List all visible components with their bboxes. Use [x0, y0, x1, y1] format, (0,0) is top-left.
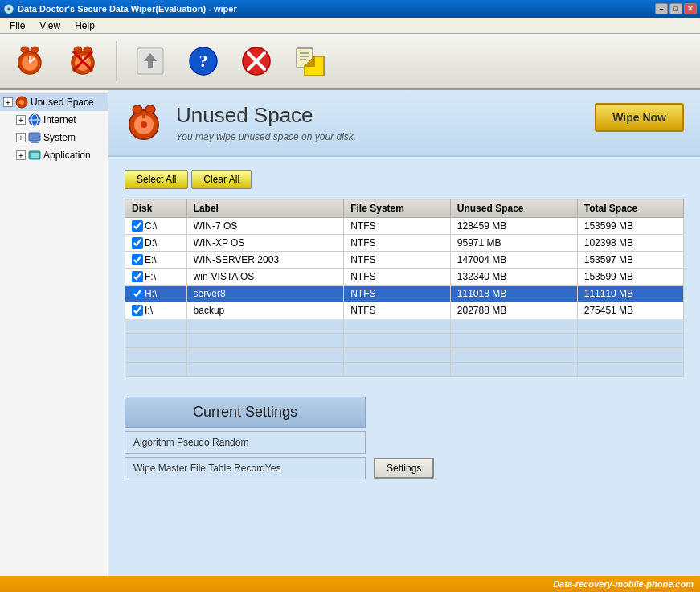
menu-help[interactable]: Help [68, 18, 101, 33]
settings-bottom: Wipe Master File Table RecordYes Setting… [125, 457, 684, 479]
settings-header: Current Settings [125, 397, 366, 428]
cell-unused: 202788 MB [450, 302, 577, 319]
svg-rect-42 [142, 112, 145, 118]
expand-internet[interactable]: + [16, 115, 26, 125]
sidebar: + Unused Space + Internet + [0, 90, 108, 576]
sidebar-label-application: Application [43, 150, 91, 161]
cell-unused: 95971 MB [450, 235, 577, 252]
title-bar-left: 💿 Data Doctor's Secure Data Wiper(Evalua… [3, 4, 237, 14]
expand-system[interactable]: + [16, 133, 26, 142]
toolbar-btn-network[interactable] [127, 38, 174, 84]
stop-icon [240, 45, 272, 77]
cell-fs: NTFS [344, 218, 451, 235]
menu-file[interactable]: File [3, 18, 31, 33]
table-row[interactable]: D:\WIN-XP OSNTFS95971 MB102398 MB [125, 235, 684, 252]
table-row[interactable]: C:\WIN-7 OSNTFS128459 MB153599 MB [125, 218, 684, 235]
content-header: Unused Space You may wipe unused space o… [108, 90, 700, 157]
content-area: Unused Space You may wipe unused space o… [108, 90, 700, 576]
cell-label: WIN-XP OS [186, 235, 344, 252]
cell-total: 275451 MB [577, 302, 683, 319]
svg-text:?: ? [199, 51, 208, 71]
content-title: Unused Space [176, 103, 356, 128]
col-total: Total Space [577, 199, 683, 218]
algorithm-row: Algorithm Pseudo Random [125, 431, 366, 454]
cell-total: 102398 MB [577, 235, 683, 252]
content-header-text: Unused Space You may wipe unused space o… [176, 103, 356, 142]
empty-row [125, 348, 684, 363]
disk-checkbox[interactable] [132, 305, 143, 316]
window-title: Data Doctor's Secure Data Wiper(Evaluati… [18, 4, 237, 14]
svg-point-30 [19, 100, 24, 105]
main-layout: + Unused Space + Internet + [0, 90, 700, 576]
empty-row [125, 334, 684, 348]
table-row[interactable]: H:\server8NTFS111018 MB111110 MB [125, 286, 684, 302]
cell-label: backup [186, 302, 344, 319]
toolbar-btn-2[interactable] [59, 38, 106, 84]
expand-application[interactable]: + [16, 150, 26, 160]
expand-unused-space[interactable]: + [3, 97, 13, 107]
table-row[interactable]: F:\win-VISTA OSNTFS132340 MB153599 MB [125, 269, 684, 286]
sidebar-item-unused-space[interactable]: + Unused Space [0, 93, 108, 111]
menu-view[interactable]: View [33, 18, 67, 33]
disk-checkbox[interactable] [132, 254, 143, 265]
cell-disk: D:\ [125, 235, 187, 252]
content-body: Select All Clear All Disk Label File Sys… [108, 157, 700, 492]
sidebar-label-unused-space: Unused Space [31, 97, 94, 108]
svg-rect-34 [29, 133, 40, 141]
cell-total: 153599 MB [577, 218, 683, 235]
close-button[interactable]: ✕ [684, 3, 697, 14]
cell-unused: 147004 MB [450, 252, 577, 269]
cell-fs: NTFS [344, 235, 451, 252]
sidebar-item-internet[interactable]: + Internet [0, 111, 108, 129]
maximize-button[interactable]: □ [669, 3, 682, 14]
status-bar: Data-recovery-mobile-phone.com [0, 576, 700, 592]
svg-rect-38 [31, 153, 39, 158]
wipe-mft-row: Wipe Master File Table RecordYes [125, 457, 366, 479]
toolbar-btn-help[interactable]: ? [180, 38, 227, 84]
menu-bar: File View Help [0, 18, 700, 34]
toolbar: ? [0, 34, 700, 90]
table-row[interactable]: E:\WIN-SERVER 2003NTFS147004 MB153597 MB [125, 252, 684, 269]
toolbar-btn-1[interactable] [6, 38, 53, 84]
select-all-button[interactable]: Select All [125, 170, 188, 189]
cell-label: WIN-SERVER 2003 [186, 252, 344, 269]
disk-table-body: C:\WIN-7 OSNTFS128459 MB153599 MBD:\WIN-… [125, 218, 684, 377]
wipe-now-button[interactable]: Wipe Now [595, 103, 684, 132]
disk-checkbox[interactable] [132, 288, 143, 299]
sidebar-label-internet: Internet [43, 114, 76, 125]
clear-all-button[interactable]: Clear All [191, 170, 252, 189]
sidebar-item-application[interactable]: + Application [0, 146, 108, 164]
svg-point-6 [31, 47, 39, 53]
title-bar: 💿 Data Doctor's Secure Data Wiper(Evalua… [0, 0, 700, 18]
disk-checkbox[interactable] [132, 220, 143, 232]
table-row[interactable]: I:\backupNTFS202788 MB275451 MB [125, 302, 684, 319]
network-icon [134, 45, 166, 77]
disk-checkbox[interactable] [132, 271, 143, 282]
col-label: Label [186, 199, 344, 218]
cell-label: win-VISTA OS [186, 269, 344, 286]
cell-total: 153599 MB [577, 269, 683, 286]
toolbar-btn-stop[interactable] [233, 38, 280, 84]
cell-label: WIN-7 OS [186, 218, 344, 235]
svg-point-41 [141, 121, 147, 128]
app-icon: 💿 [3, 4, 14, 14]
application-icon [28, 149, 41, 162]
toolbar-btn-new[interactable] [286, 38, 333, 84]
wipe-mft-value: Yes [265, 462, 281, 474]
cell-unused: 128459 MB [450, 218, 577, 235]
cell-fs: NTFS [344, 302, 451, 319]
minimize-button[interactable]: – [655, 3, 668, 14]
title-bar-controls: – □ ✕ [655, 3, 697, 14]
cell-label: server8 [186, 286, 344, 302]
col-unused: Unused Space [450, 199, 577, 218]
settings-button[interactable]: Settings [374, 458, 434, 479]
settings-section: Current Settings Algorithm Pseudo Random… [125, 397, 684, 479]
cell-total: 153597 MB [577, 252, 683, 269]
toolbar-divider [116, 41, 117, 81]
empty-row [125, 363, 684, 377]
new-icon [293, 45, 325, 77]
status-text: Data-recovery-mobile-phone.com [553, 579, 694, 589]
sidebar-item-system[interactable]: + System [0, 129, 108, 146]
cell-disk: H:\ [125, 286, 187, 302]
disk-checkbox[interactable] [132, 237, 143, 249]
